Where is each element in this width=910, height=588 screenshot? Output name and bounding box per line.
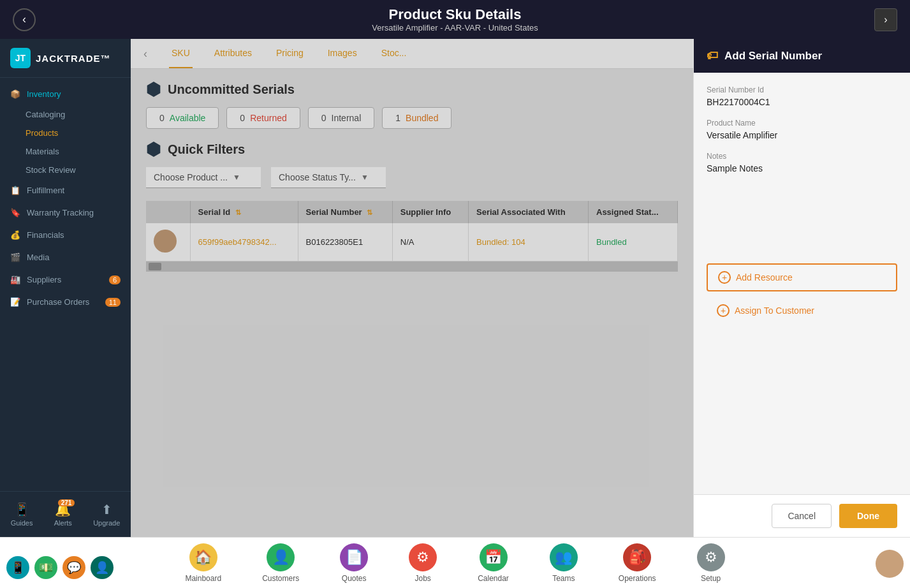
logo-icon: JT [10, 48, 31, 68]
horizontal-scrollbar[interactable] [146, 261, 678, 272]
tab-pricing[interactable]: Pricing [274, 39, 306, 68]
right-panel: 🏷 Add Serial Number Serial Number Id BH2… [693, 39, 910, 537]
tab-back-button[interactable]: ‹ [141, 42, 150, 66]
mainboard-label: Mainboard [185, 574, 221, 583]
status-filter-dropdown[interactable]: Choose Status Ty... ▼ [271, 167, 386, 188]
user-avatar[interactable] [876, 550, 904, 578]
nav-item-teams[interactable]: 👥 Teams [529, 540, 598, 587]
teams-icon: 👥 [550, 543, 578, 571]
content-area: ‹ SKU Attributes Pricing Images Stoc... … [131, 39, 693, 537]
pill-returned[interactable]: 0 Returned [226, 107, 300, 129]
upgrade-icon: ⬆ [101, 502, 112, 517]
quick-filters: Choose Product ... ▼ Choose Status Ty...… [146, 167, 678, 188]
scroll-thumb[interactable] [149, 263, 161, 270]
sidebar-item-label: Media [27, 253, 49, 262]
bl-icon-2[interactable]: 💵 [34, 556, 57, 579]
sidebar-subitem-cataloging[interactable]: Cataloging [0, 105, 131, 124]
tab-sku[interactable]: SKU [169, 39, 193, 68]
sidebar-item-financials[interactable]: 💰 Financials [0, 224, 131, 246]
sidebar-item-label: Financials [27, 230, 64, 240]
page-title: Product Sku Details [0, 6, 910, 23]
add-resource-button[interactable]: + Add Resource [707, 263, 897, 291]
col-assigned-status: Assigned Stat... [589, 201, 678, 223]
sidebar-item-suppliers[interactable]: 🏭 Suppliers 6 [0, 268, 131, 291]
nav-item-mainboard[interactable]: 🏠 Mainboard [165, 540, 242, 587]
assign-customer-plus-icon: + [717, 304, 730, 317]
tabs-bar: ‹ SKU Attributes Pricing Images Stoc... [131, 39, 693, 69]
page-header: ‹ Product Sku Details Versatile Amplifie… [0, 0, 910, 39]
serial-number-id-value: BH22170004C1 [707, 97, 897, 107]
content-scroll: Uncommitted Serials 0 Available 0 Return… [131, 69, 693, 537]
bl-icon-3[interactable]: 💬 [62, 556, 85, 579]
setup-label: Setup [701, 574, 721, 583]
row-avatar-cell [146, 223, 190, 261]
sidebar-item-media[interactable]: 🎬 Media [0, 246, 131, 268]
quotes-icon: 📄 [340, 543, 368, 571]
product-filter-arrow: ▼ [233, 173, 240, 182]
add-resource-label: Add Resource [736, 272, 793, 283]
upgrade-button[interactable]: ⬆ Upgrade [89, 498, 124, 531]
sidebar-item-warranty[interactable]: 🔖 Warranty Tracking [0, 202, 131, 224]
pill-internal[interactable]: 0 Internal [308, 107, 375, 129]
sidebar-item-label: Inventory [27, 89, 61, 99]
product-filter-dropdown[interactable]: Choose Product ... ▼ [146, 167, 261, 188]
serials-table-container: Serial Id ⇅ Serial Number ⇅ Supplier Inf… [146, 201, 678, 272]
sidebar-nav: 📦 Inventory Cataloging Products Material… [0, 78, 131, 491]
assign-to-customer-button[interactable]: + Assign To Customer [707, 298, 897, 323]
hex-icon-1 [146, 82, 161, 97]
sidebar-subitem-materials[interactable]: Materials [0, 142, 131, 161]
sidebar-item-label: Fulfillment [27, 186, 64, 195]
back-button[interactable]: ‹ [13, 8, 36, 31]
tab-images[interactable]: Images [325, 39, 360, 68]
guides-icon: 📱 [14, 502, 30, 517]
row-serial-id[interactable]: 659f99aeb4798342... [190, 223, 298, 261]
status-pills: 0 Available 0 Returned 0 Internal 1 Bund… [146, 107, 678, 129]
main-layout: JT JACKTRADE™ 📦 Inventory Cataloging Pro… [0, 39, 910, 537]
nav-item-quotes[interactable]: 📄 Quotes [319, 540, 388, 587]
pill-bundled[interactable]: 1 Bundled [382, 107, 451, 129]
panel-body: Serial Number Id BH22170004C1 Product Na… [694, 73, 910, 263]
done-button[interactable]: Done [839, 504, 897, 528]
tab-attributes[interactable]: Attributes [212, 39, 254, 68]
suppliers-badge: 6 [109, 276, 121, 284]
nav-item-jobs[interactable]: ⚙ Jobs [388, 540, 457, 587]
row-supplier-info: N/A [392, 223, 468, 261]
notes-value: Sample Notes [707, 163, 897, 173]
sidebar-item-inventory[interactable]: 📦 Inventory [0, 83, 131, 105]
pill-available[interactable]: 0 Available [146, 107, 219, 129]
operations-label: Operations [619, 574, 656, 583]
nav-item-setup[interactable]: ⚙ Setup [677, 540, 745, 587]
col-serial-id[interactable]: Serial Id ⇅ [190, 201, 298, 223]
quick-filters-header: Quick Filters [146, 142, 678, 157]
sidebar-subitem-products[interactable]: Products [0, 124, 131, 142]
alerts-badge: 271 [58, 499, 75, 506]
alerts-button[interactable]: 🔔 271 Alerts [50, 498, 76, 531]
bl-icon-1[interactable]: 📱 [6, 556, 29, 579]
row-associated-with: Bundled: 104 [469, 223, 589, 261]
col-supplier-info: Supplier Info [392, 201, 468, 223]
sidebar: JT JACKTRADE™ 📦 Inventory Cataloging Pro… [0, 39, 131, 537]
sidebar-item-label: Warranty Tracking [27, 208, 94, 217]
guides-button[interactable]: 📱 Guides [7, 498, 37, 531]
nav-item-customers[interactable]: 👤 Customers [242, 540, 319, 587]
tab-stock[interactable]: Stoc... [379, 39, 409, 68]
nav-item-calendar[interactable]: 📅 Calendar [457, 540, 529, 587]
row-status: Bundled [589, 223, 678, 261]
col-serial-number[interactable]: Serial Number ⇅ [298, 201, 392, 223]
bl-icon-4[interactable]: 👤 [91, 556, 114, 579]
cancel-button[interactable]: Cancel [772, 504, 832, 528]
panel-header: 🏷 Add Serial Number [694, 39, 910, 73]
uncommitted-serials-header: Uncommitted Serials [146, 82, 678, 97]
sidebar-subitem-stock-review[interactable]: Stock Review [0, 161, 131, 179]
inventory-icon: 📦 [10, 89, 20, 99]
nav-item-operations[interactable]: 🎒 Operations [598, 540, 677, 587]
sidebar-item-fulfillment[interactable]: 📋 Fulfillment [0, 179, 131, 202]
sidebar-logo: JT JACKTRADE™ [0, 39, 131, 78]
serial-number-id-label: Serial Number Id [707, 85, 897, 94]
serial-number-id-field: Serial Number Id BH22170004C1 [707, 85, 897, 107]
sidebar-item-label: Purchase Orders [27, 297, 89, 307]
sidebar-item-purchase-orders[interactable]: 📝 Purchase Orders 11 [0, 291, 131, 313]
customers-icon: 👤 [267, 543, 295, 571]
jobs-icon: ⚙ [409, 543, 437, 571]
expand-button[interactable]: › [874, 8, 897, 31]
